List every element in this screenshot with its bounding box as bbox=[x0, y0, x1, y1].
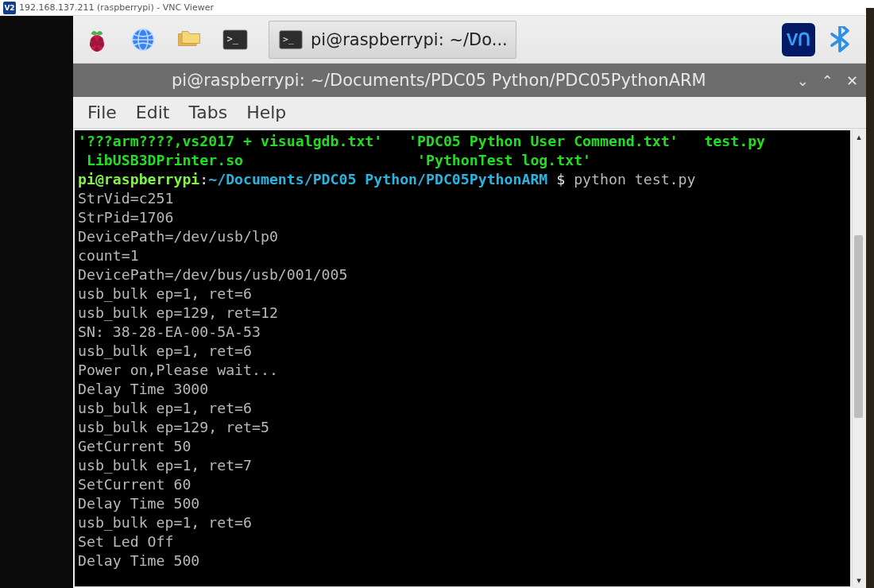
raspberry-menu-button[interactable] bbox=[78, 21, 116, 58]
folders-icon bbox=[175, 25, 203, 54]
terminal-window-title: pi@raspberrypi: ~/Documents/PDC05 Python… bbox=[81, 71, 797, 90]
bluetooth-tray-icon[interactable] bbox=[823, 23, 857, 56]
globe-icon bbox=[129, 25, 157, 54]
terminal-launcher[interactable]: >_ bbox=[216, 21, 254, 58]
svg-point-6 bbox=[95, 47, 99, 52]
ls-entry: 'PDC05 Python User Commend.txt' bbox=[408, 133, 678, 149]
ls-entry: '???arm????,vs2017 + visualgdb.txt' bbox=[78, 133, 382, 149]
svg-point-2 bbox=[99, 37, 103, 42]
window-controls: ⌄ ⌃ ✕ bbox=[797, 72, 858, 89]
scroll-up-icon[interactable]: ▴ bbox=[853, 130, 865, 143]
menu-edit[interactable]: Edit bbox=[126, 99, 180, 126]
svg-text:>_: >_ bbox=[227, 33, 239, 44]
file-manager-launcher[interactable] bbox=[170, 21, 208, 58]
remote-desktop: >_ >_ pi@raspberrypi: ~/Do... Vᑎ bbox=[0, 16, 874, 588]
terminal-titlebar[interactable]: pi@raspberrypi: ~/Documents/PDC05 Python… bbox=[73, 64, 866, 97]
ls-entry: LibUSB3DPrinter.so bbox=[78, 152, 243, 168]
ls-entry: 'PythonTest log.txt' bbox=[417, 152, 591, 168]
task-item-label: pi@raspberrypi: ~/Do... bbox=[311, 30, 508, 49]
lxterminal-window: pi@raspberrypi: ~/Documents/PDC05 Python… bbox=[73, 64, 866, 588]
minimize-button[interactable]: ⌄ bbox=[797, 72, 809, 89]
terminal-icon: >_ bbox=[277, 26, 304, 53]
vnc-app-icon: V2 bbox=[3, 2, 16, 14]
vnc-window-title: 192.168.137.211 (raspberrypi) - VNC View… bbox=[19, 2, 214, 13]
menu-tabs[interactable]: Tabs bbox=[179, 99, 237, 126]
web-browser-launcher[interactable] bbox=[124, 21, 162, 58]
raspberry-icon bbox=[83, 25, 111, 54]
svg-point-5 bbox=[95, 41, 100, 46]
menu-file[interactable]: File bbox=[78, 99, 126, 126]
ls-entry: test.py bbox=[704, 133, 765, 149]
terminal-body-wrap: '???arm????,vs2017 + visualgdb.txt' 'PDC… bbox=[73, 129, 866, 588]
terminal-icon: >_ bbox=[221, 25, 249, 54]
vnc-viewer-window: V2 192.168.137.211 (raspberrypi) - VNC V… bbox=[0, 0, 874, 588]
vnc-server-tray-icon[interactable]: Vᑎ bbox=[782, 23, 815, 56]
prompt-command: python test.py bbox=[574, 171, 695, 188]
system-tray: Vᑎ bbox=[782, 23, 861, 56]
vnc-titlebar[interactable]: V2 192.168.137.211 (raspberrypi) - VNC V… bbox=[0, 0, 874, 16]
scroll-down-icon[interactable]: ▾ bbox=[853, 574, 865, 586]
task-item-terminal[interactable]: >_ pi@raspberrypi: ~/Do... bbox=[269, 21, 516, 59]
remote-wallpaper-edge bbox=[866, 8, 874, 588]
svg-point-4 bbox=[99, 42, 104, 47]
remote-inner: >_ >_ pi@raspberrypi: ~/Do... Vᑎ bbox=[73, 16, 866, 588]
svg-point-3 bbox=[90, 42, 95, 47]
terminal-scrollbar[interactable]: ▴ ▾ bbox=[852, 130, 864, 586]
maximize-button[interactable]: ⌃ bbox=[822, 72, 833, 89]
svg-text:>_: >_ bbox=[283, 33, 294, 44]
close-button[interactable]: ✕ bbox=[846, 72, 858, 89]
svg-point-1 bbox=[91, 37, 96, 42]
prompt-userhost: pi@raspberrypi bbox=[78, 171, 199, 188]
terminal-menubar: File Edit Tabs Help bbox=[73, 97, 866, 129]
bluetooth-icon bbox=[826, 26, 853, 53]
vnc-logo-text: Vᑎ bbox=[787, 29, 811, 50]
lxpanel-taskbar: >_ >_ pi@raspberrypi: ~/Do... Vᑎ bbox=[73, 16, 866, 64]
terminal-output[interactable]: '???arm????,vs2017 + visualgdb.txt' 'PDC… bbox=[75, 130, 850, 586]
scroll-thumb[interactable] bbox=[854, 235, 863, 418]
menu-help[interactable]: Help bbox=[237, 99, 296, 126]
prompt-cwd: ~/Documents/PDC05 Python/PDC05PythonARM bbox=[208, 171, 547, 188]
program-output: StrVid=c251 StrPid=1706 DevicePath=/dev/… bbox=[78, 190, 347, 569]
